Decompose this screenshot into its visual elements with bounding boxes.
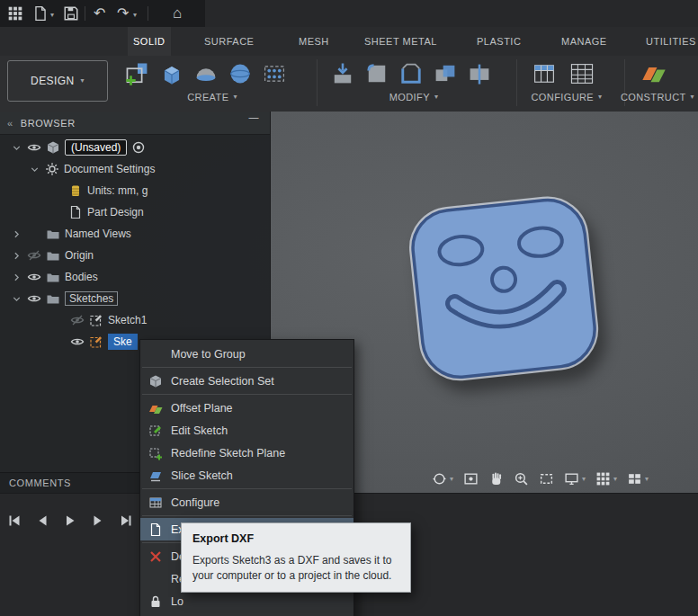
redo-icon[interactable]: ↷ — [117, 3, 129, 24]
menu-item-slice-sketch[interactable]: Slice Sketch — [140, 464, 353, 487]
app-grid-icon[interactable] — [7, 5, 23, 22]
pan-button[interactable] — [488, 471, 504, 487]
tree-item-sketch1[interactable]: Sketch1 — [0, 309, 270, 331]
divider — [142, 367, 352, 368]
extrude-icon[interactable] — [158, 60, 185, 87]
combine-icon[interactable] — [432, 60, 459, 87]
folder-icon — [46, 291, 60, 306]
tooltip-title: Export DXF — [192, 532, 399, 545]
revolve-icon[interactable] — [192, 60, 219, 87]
tree-item-sketches[interactable]: Sketches — [0, 288, 270, 309]
menu-item-redefine-sketch-plane[interactable]: Redefine Sketch Plane — [140, 442, 353, 464]
create-group-label[interactable]: CREATE▾ — [176, 92, 248, 103]
visibility-eye-icon[interactable] — [27, 140, 41, 155]
viewports-button[interactable]: ▾ — [627, 471, 649, 487]
grid-settings-button[interactable]: ▾ — [595, 471, 617, 487]
file-icon[interactable] — [32, 5, 49, 22]
skip-to-end-icon[interactable] — [119, 513, 133, 528]
tooltip: Export DXF Exports Sketch3 as a DXF and … — [181, 522, 411, 593]
menu-item-create-selection-set[interactable]: Create Selection Set — [140, 370, 353, 392]
display-settings-button[interactable]: ▾ — [564, 471, 586, 487]
step-forward-icon[interactable] — [91, 513, 105, 528]
fillet-icon[interactable] — [363, 60, 390, 87]
file-dropdown-caret[interactable]: ▾ — [50, 11, 54, 19]
tree-item-part-design[interactable]: Part Design — [0, 201, 270, 223]
tab-mesh[interactable]: MESH — [293, 27, 335, 56]
construct-plane-icon[interactable] — [640, 60, 667, 87]
configure-icon[interactable] — [531, 60, 558, 87]
zoom-button[interactable] — [514, 471, 529, 487]
folder-icon — [46, 248, 60, 263]
sphere-icon[interactable] — [227, 60, 254, 87]
zoom-window-button[interactable] — [539, 471, 554, 487]
configuration-table-icon[interactable] — [568, 60, 595, 87]
menu-item-lock[interactable]: Lo — [140, 590, 353, 612]
sketch-icon — [89, 313, 103, 327]
shell-icon[interactable] — [398, 60, 425, 87]
modify-group-label[interactable]: MODIFY▾ — [378, 92, 450, 103]
tree-item-label: Sketch1 — [108, 314, 147, 326]
lock-icon — [148, 594, 164, 609]
tree-item-origin[interactable]: Origin — [0, 245, 270, 266]
orbit-button[interactable]: ▾ — [432, 471, 453, 487]
play-icon[interactable] — [63, 513, 77, 528]
press-pull-icon[interactable] — [329, 60, 356, 87]
tab-plastic[interactable]: PLASTIC — [471, 27, 526, 56]
visibility-eye-icon[interactable] — [70, 335, 85, 349]
offset-plane-icon — [148, 401, 164, 415]
visibility-eye-icon[interactable] — [27, 291, 41, 306]
tree-item-named-views[interactable]: Named Views — [0, 223, 270, 245]
tree-item-unsaved[interactable]: (Unsaved) — [0, 137, 270, 158]
create-sketch-icon[interactable] — [124, 60, 151, 87]
visibility-eye-icon[interactable] — [27, 270, 41, 284]
menu-item-hide[interactable]: Hi — [140, 612, 353, 616]
tab-sheet-metal[interactable]: SHEET METAL — [359, 27, 443, 56]
tree-item-bodies[interactable]: Bodies — [0, 266, 270, 288]
visibility-eye-off-icon[interactable] — [70, 313, 85, 327]
tree-item-document-settings[interactable]: Document Settings — [0, 158, 270, 180]
construct-group-label[interactable]: CONSTRUCT▾ — [617, 92, 698, 103]
chevron-down-icon: ▾ — [233, 94, 237, 101]
chevron-down-icon[interactable] — [11, 293, 22, 305]
chevron-right-icon[interactable] — [11, 228, 22, 240]
save-icon[interactable] — [63, 5, 79, 22]
skip-to-start-icon[interactable] — [7, 513, 22, 528]
redo-dropdown-caret[interactable]: ▾ — [133, 11, 137, 19]
menu-item-move-to-group[interactable]: Move to Group — [140, 343, 353, 365]
browser-title: BROWSER — [21, 118, 76, 129]
chevron-right-icon[interactable] — [11, 272, 22, 283]
tab-utilities[interactable]: UTILITIES — [640, 27, 698, 56]
collapse-panel-icon[interactable]: « — [7, 118, 13, 129]
tree-item-units[interactable]: Units: mm, g — [0, 180, 270, 201]
menu-item-configure[interactable]: Configure — [140, 491, 353, 513]
split-icon[interactable] — [466, 60, 493, 87]
menu-item-offset-plane[interactable]: Offset Plane — [140, 397, 353, 419]
chevron-down-icon: ▾ — [691, 94, 694, 101]
configure-group-label[interactable]: CONFIGURE▾ — [522, 92, 612, 103]
step-back-icon[interactable] — [35, 513, 49, 528]
visibility-eye-off-icon[interactable] — [27, 248, 41, 263]
app-window: ▾ ↶ ↷ ▾ ⌂ Untitled* SOLID SURFACE MESH S… — [0, 0, 698, 616]
home-icon[interactable]: ⌂ — [173, 3, 182, 24]
chevron-down-icon: ▾ — [598, 94, 602, 101]
chevron-right-icon[interactable] — [11, 250, 22, 262]
activate-component-radio-icon[interactable] — [131, 140, 146, 155]
component-cube-icon — [46, 140, 60, 155]
divider — [516, 59, 517, 106]
chevron-down-icon: ▾ — [645, 476, 649, 483]
minimize-panel-icon[interactable]: — — [248, 112, 259, 122]
design-dropdown[interactable]: DESIGN ▾ — [7, 60, 108, 102]
sketch-icon — [89, 335, 103, 349]
look-at-button[interactable] — [463, 471, 479, 487]
tab-surface[interactable]: SURFACE — [199, 27, 259, 56]
chevron-down-icon[interactable] — [29, 164, 40, 175]
chevron-down-icon[interactable] — [11, 142, 22, 154]
menu-item-edit-sketch[interactable]: Edit Sketch — [140, 419, 353, 442]
undo-icon[interactable]: ↶ — [94, 3, 105, 24]
pattern-icon[interactable] — [261, 60, 288, 87]
tab-manage[interactable]: MANAGE — [556, 27, 613, 56]
tab-solid[interactable]: SOLID — [128, 27, 171, 56]
divider — [148, 6, 148, 21]
tooltip-body: Exports Sketch3 as a DXF and saves it to… — [192, 553, 399, 583]
browser-header[interactable]: « BROWSER — — [0, 112, 270, 135]
